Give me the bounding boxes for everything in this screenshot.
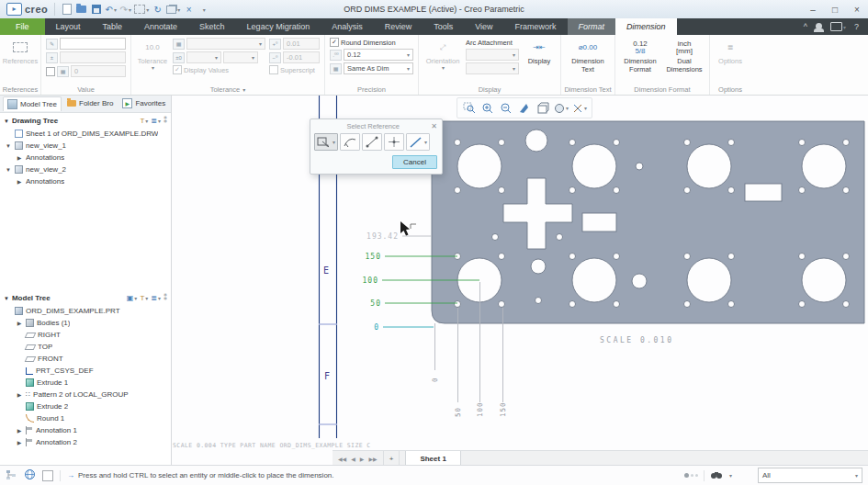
undo-button[interactable]: ↶▾ bbox=[105, 3, 117, 16]
minimize-button[interactable]: – bbox=[802, 2, 824, 17]
save-button[interactable] bbox=[90, 3, 102, 16]
datum-display-button[interactable]: ▾ bbox=[572, 100, 587, 116]
minus-tolerance-input[interactable]: -0.01 bbox=[283, 51, 320, 63]
plus-tolerance-input[interactable]: 0.01 bbox=[283, 38, 320, 50]
zoom-out-button[interactable] bbox=[499, 100, 513, 116]
add-sheet-button[interactable]: + bbox=[384, 451, 400, 466]
select-edge-button[interactable] bbox=[362, 133, 382, 151]
navtab-favorites[interactable]: ▶ Favorites bbox=[118, 96, 169, 110]
part-view[interactable] bbox=[432, 121, 864, 323]
tolerance-style-combo[interactable]: ▾ bbox=[223, 51, 258, 63]
tree-item-bodies[interactable]: ▶ Bodies (1) bbox=[0, 317, 171, 329]
expander-closed-icon[interactable]: ▶ bbox=[16, 320, 23, 326]
tab-framework[interactable]: Framework bbox=[504, 18, 568, 35]
references-button[interactable]: References bbox=[5, 38, 36, 65]
close-button[interactable]: × bbox=[846, 2, 868, 17]
prev-sheet-button[interactable]: ◀ bbox=[351, 456, 355, 462]
display-values-checkbox[interactable]: ✓ bbox=[173, 65, 182, 74]
dim-0[interactable]: 0 bbox=[374, 323, 379, 332]
tree-item-round[interactable]: Round 1 bbox=[0, 412, 171, 424]
tolerance-table-combo[interactable]: ▾ bbox=[186, 38, 265, 50]
app-logo[interactable]: ▸ creo bbox=[0, 3, 54, 16]
tab-table[interactable]: Table bbox=[92, 18, 134, 35]
navtab-folder-browser[interactable]: Folder Bro bbox=[63, 97, 117, 109]
tree-item-extrude-1[interactable]: Extrude 1 bbox=[0, 377, 171, 389]
decimal-precision-combo[interactable]: 0.12▾ bbox=[344, 49, 413, 61]
tab-view[interactable]: View bbox=[464, 18, 503, 35]
expander-closed-icon[interactable]: ▶ bbox=[16, 427, 23, 434]
sheet-tab[interactable]: Sheet 1 bbox=[405, 451, 460, 466]
windows-dropdown-icon[interactable]: ▾ bbox=[177, 6, 180, 13]
dim-150[interactable]: 150 bbox=[366, 253, 381, 261]
regenerate-button[interactable]: ↻ bbox=[152, 3, 163, 16]
tree-item-annotations-1[interactable]: ▶ Annotations bbox=[0, 152, 171, 164]
angular-precision-combo[interactable]: Same As Dim▾ bbox=[344, 62, 413, 74]
dim-bottom-100[interactable]: 100 bbox=[476, 401, 484, 417]
select-curve-button[interactable] bbox=[340, 133, 360, 151]
restore-button[interactable]: □ bbox=[824, 2, 846, 17]
dim-bottom-0[interactable]: 0 bbox=[431, 377, 439, 382]
tree-item-pattern[interactable]: ▶ ∷ Pattern 2 of LOCAL_GROUP bbox=[0, 389, 171, 400]
help-icon[interactable]: ? bbox=[854, 22, 859, 31]
tree-item-view-2[interactable]: ▼ new_view_2 bbox=[0, 164, 171, 175]
tree-item-top-plane[interactable]: TOP bbox=[0, 341, 171, 353]
tree-settings-icon[interactable]: ⁑ bbox=[163, 294, 167, 302]
selection-filter-dropdown-icon[interactable]: ▾ bbox=[855, 472, 858, 479]
cancel-button[interactable]: Cancel bbox=[392, 155, 437, 169]
next-sheet-button[interactable]: ▶ bbox=[360, 456, 365, 462]
select-reference-button[interactable]: ▾ bbox=[314, 133, 338, 151]
tab-analysis[interactable]: Analysis bbox=[321, 18, 374, 35]
dim-100[interactable]: 100 bbox=[363, 276, 378, 285]
orientation-button[interactable]: ⤢ Orientation ▾ bbox=[423, 38, 462, 72]
tree-list-icon[interactable]: ≣▾ bbox=[151, 294, 161, 302]
tab-legacy-migration[interactable]: Legacy Migration bbox=[236, 18, 321, 35]
datum-display-dropdown-icon[interactable]: ▾ bbox=[584, 105, 587, 111]
arc-attachment-combo-2[interactable]: ▾ bbox=[466, 62, 519, 74]
tree-item-part[interactable]: ORD_DIMS_EXAMPLE.PRT bbox=[0, 305, 171, 317]
user-presence-icon[interactable] bbox=[816, 23, 822, 29]
tab-format[interactable]: Format bbox=[568, 18, 616, 35]
dual-dimensions-button[interactable]: inch[mm] Dual Dimensions bbox=[664, 38, 705, 73]
display-style-dropdown-icon[interactable]: ▾ bbox=[566, 105, 569, 111]
expander-closed-icon[interactable]: ▶ bbox=[16, 178, 23, 185]
browser-toggle-icon[interactable] bbox=[24, 468, 36, 482]
expander-closed-icon[interactable]: ▶ bbox=[16, 439, 23, 446]
select-region-button[interactable]: ▾ bbox=[134, 3, 149, 16]
select-toggle-checkbox[interactable] bbox=[42, 470, 53, 481]
refit-button[interactable] bbox=[517, 100, 532, 116]
tree-item-view-1[interactable]: ▼ new_view_1 bbox=[0, 140, 171, 152]
rect-cutout-right[interactable] bbox=[745, 184, 782, 201]
tab-annotate[interactable]: Annotate bbox=[133, 18, 188, 35]
tab-sketch[interactable]: Sketch bbox=[188, 18, 236, 35]
open-button[interactable] bbox=[75, 3, 87, 16]
drawing-canvas[interactable]: ▾ ▾ E F bbox=[171, 95, 868, 466]
saved-views-button[interactable] bbox=[535, 100, 550, 116]
redo-button[interactable]: ↷▾ bbox=[119, 3, 131, 16]
tab-layout[interactable]: Layout bbox=[45, 18, 92, 35]
select-tangent-button[interactable]: ▾ bbox=[406, 133, 430, 151]
rect-cutout-center[interactable] bbox=[582, 213, 616, 231]
minimize-ribbon-icon[interactable]: ^ bbox=[804, 22, 807, 31]
customize-qat-button[interactable]: ▾ bbox=[197, 3, 209, 16]
select-region-dropdown-icon[interactable]: ▾ bbox=[146, 6, 149, 13]
share-screen-icon[interactable]: ▾ bbox=[830, 22, 846, 31]
model-tree-expander-icon[interactable]: ▼ bbox=[4, 296, 9, 301]
value-checkbox[interactable] bbox=[46, 67, 55, 76]
tree-item-annotation-1[interactable]: ▶ Annotation 1 bbox=[0, 424, 171, 436]
tree-item-right-plane[interactable]: RIGHT bbox=[0, 329, 171, 341]
select-reference-dropdown-icon[interactable]: ▾ bbox=[333, 139, 335, 145]
options-button[interactable]: ≣ Options bbox=[715, 38, 746, 65]
expander-open-icon[interactable]: ▼ bbox=[5, 167, 12, 173]
tolerance-mode-combo[interactable]: ▾ bbox=[186, 51, 221, 63]
expander-closed-icon[interactable]: ▶ bbox=[16, 391, 23, 398]
dim-bottom-150[interactable]: 150 bbox=[499, 401, 507, 417]
tab-dimension[interactable]: Dimension bbox=[615, 18, 677, 35]
dimension-format-button[interactable]: 0.125/8 Dimension Format bbox=[620, 38, 660, 73]
hierarchy-toggle-icon[interactable] bbox=[6, 469, 17, 482]
round-dimension-checkbox[interactable]: ✓ bbox=[330, 38, 339, 47]
dialog-titlebar[interactable]: Select Reference ✕ bbox=[310, 119, 442, 132]
dialog-close-icon[interactable]: ✕ bbox=[431, 122, 437, 130]
selection-filter-combo[interactable]: All ▾ bbox=[758, 468, 862, 483]
display-style-button[interactable]: ▾ bbox=[554, 100, 569, 116]
select-tangent-dropdown-icon[interactable]: ▾ bbox=[424, 139, 427, 145]
